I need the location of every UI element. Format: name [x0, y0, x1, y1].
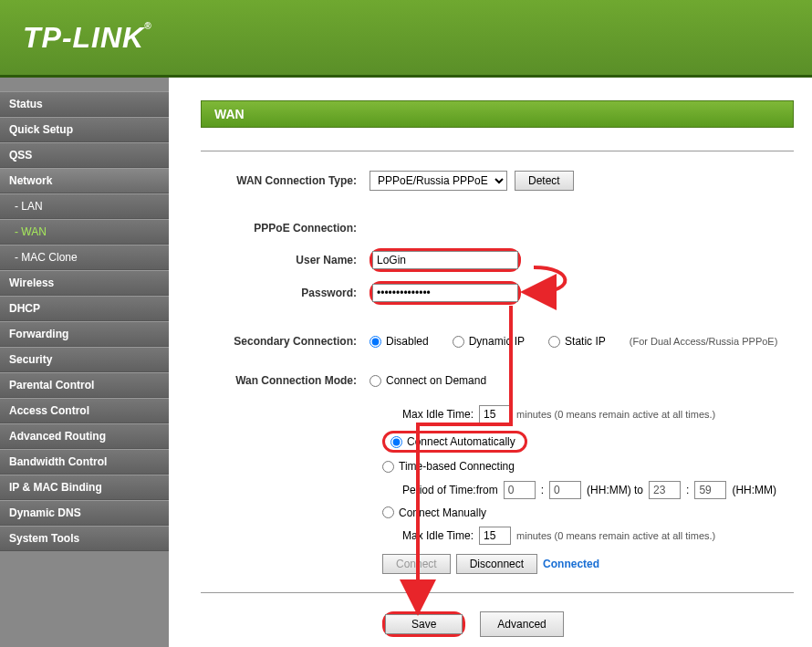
- label-hhmm: (HH:MM): [732, 484, 776, 496]
- divider-bottom: [201, 592, 794, 593]
- radio-auto[interactable]: [390, 436, 402, 448]
- content-area: WAN WAN Connection Type: PPPoE/Russia PP…: [169, 78, 812, 647]
- label-secondary: Secondary Connection:: [201, 335, 370, 348]
- sidebar-item-status[interactable]: Status: [0, 91, 169, 117]
- radio-dynamic[interactable]: [453, 336, 464, 348]
- page-title: WAN: [201, 100, 794, 128]
- radio-demand-label: Connect on Demand: [386, 374, 486, 387]
- annotation-highlight-auto: Connect Automatically: [382, 431, 527, 453]
- divider: [201, 151, 794, 151]
- label-idle2: Max Idle Time:: [402, 529, 474, 542]
- conn-type-select[interactable]: PPPoE/Russia PPPoE: [370, 171, 507, 191]
- radio-time[interactable]: [382, 461, 394, 473]
- label-username: User Name:: [201, 254, 370, 266]
- password-input[interactable]: [372, 284, 518, 302]
- sidebar-item-access-control[interactable]: Access Control: [0, 398, 169, 423]
- sidebar-item-mac-clone[interactable]: - MAC Clone: [0, 245, 169, 270]
- idle1-note: minutes (0 means remain active at all ti…: [516, 409, 715, 420]
- sidebar-item-security[interactable]: Security: [0, 347, 169, 372]
- colon2: :: [686, 484, 689, 496]
- sidebar-item-network[interactable]: Network: [0, 168, 169, 193]
- username-input[interactable]: [372, 251, 518, 269]
- header-banner: TP-LINK®: [0, 0, 812, 78]
- status-connected: Connected: [543, 558, 599, 570]
- label-mode: Wan Connection Mode:: [201, 374, 370, 387]
- sidebar-item-qss[interactable]: QSS: [0, 142, 169, 168]
- radio-manual[interactable]: [382, 506, 394, 518]
- sidebar-item-advanced-routing[interactable]: Advanced Routing: [0, 423, 169, 449]
- idle2-note: minutes (0 means remain active at all ti…: [516, 530, 715, 541]
- sidebar-item-dhcp[interactable]: DHCP: [0, 296, 169, 321]
- radio-manual-label: Connect Manually: [399, 506, 486, 519]
- period-to-m[interactable]: [694, 481, 726, 499]
- radio-disabled[interactable]: [370, 336, 381, 348]
- sidebar-item-wan[interactable]: - WAN: [0, 219, 169, 245]
- period-from-h[interactable]: [504, 481, 536, 499]
- annotation-highlight-save: Save: [382, 611, 465, 637]
- radio-dynamic-label: Dynamic IP: [469, 335, 525, 348]
- save-button[interactable]: Save: [385, 614, 463, 634]
- radio-static[interactable]: [548, 336, 560, 348]
- brand-logo: TP-LINK®: [23, 21, 152, 55]
- sidebar-item-dynamic-dns[interactable]: Dynamic DNS: [0, 500, 169, 526]
- annotation-highlight-password: [370, 281, 521, 305]
- label-pppoe-conn: PPPoE Connection:: [201, 222, 370, 235]
- radio-auto-label: Connect Automatically: [407, 435, 515, 448]
- radio-demand[interactable]: [370, 375, 381, 387]
- period-from-m[interactable]: [549, 481, 581, 499]
- period-to-h[interactable]: [649, 481, 681, 499]
- sidebar: Status Quick Setup QSS Network - LAN - W…: [0, 78, 169, 647]
- sidebar-item-ip-mac-binding[interactable]: IP & MAC Binding: [0, 475, 169, 500]
- radio-disabled-label: Disabled: [386, 335, 429, 348]
- label-to: (HH:MM) to: [587, 484, 643, 496]
- label-password: Password:: [201, 287, 370, 299]
- sidebar-item-quick-setup[interactable]: Quick Setup: [0, 117, 169, 142]
- sidebar-item-bandwidth-control[interactable]: Bandwidth Control: [0, 449, 169, 475]
- advanced-button[interactable]: Advanced: [480, 611, 563, 637]
- secondary-note: (For Dual Access/Russia PPPoE): [630, 336, 778, 347]
- radio-time-label: Time-based Connecting: [399, 460, 515, 473]
- sidebar-item-lan[interactable]: - LAN: [0, 193, 169, 219]
- colon1: :: [541, 484, 544, 496]
- radio-static-label: Static IP: [565, 335, 606, 348]
- annotation-highlight-username: [370, 248, 521, 272]
- sidebar-item-parental-control[interactable]: Parental Control: [0, 372, 169, 398]
- sidebar-item-wireless[interactable]: Wireless: [0, 270, 169, 296]
- sidebar-item-forwarding[interactable]: Forwarding: [0, 321, 169, 347]
- idle1-input[interactable]: [479, 405, 511, 423]
- label-idle1: Max Idle Time:: [402, 408, 474, 421]
- idle2-input[interactable]: [479, 527, 511, 545]
- label-period: Period of Time:from: [402, 484, 498, 496]
- connect-button[interactable]: Connect: [382, 554, 451, 574]
- label-conn-type: WAN Connection Type:: [201, 174, 370, 187]
- disconnect-button[interactable]: Disconnect: [456, 554, 537, 574]
- detect-button[interactable]: Detect: [515, 171, 574, 191]
- sidebar-item-system-tools[interactable]: System Tools: [0, 526, 169, 551]
